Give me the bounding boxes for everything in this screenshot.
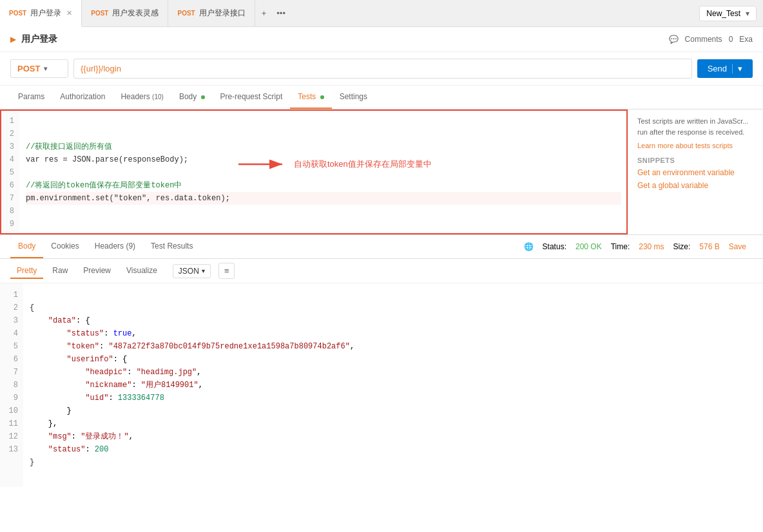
tab-method-badge: POST <box>91 10 108 17</box>
tab-authorization[interactable]: Authorization <box>52 86 113 109</box>
response-body: 1 2 3 4 5 6 7 8 9 10 11 12 13 { "data": … <box>0 283 763 532</box>
tab-user-login-api[interactable]: POST 用户登录接口 <box>168 0 255 27</box>
tab-settings[interactable]: Settings <box>332 86 375 109</box>
size-label: Size: <box>673 242 691 251</box>
workspace-name: New_Test <box>706 9 740 18</box>
method-chevron-icon: ▾ <box>44 65 47 72</box>
response-json: 1 2 3 4 5 6 7 8 9 10 11 12 13 { "data": … <box>0 283 763 487</box>
globe-icon[interactable]: 🌐 <box>524 242 534 251</box>
tab-tests[interactable]: Tests <box>290 86 331 109</box>
examples-label: Exa <box>739 35 753 44</box>
fmt-pretty[interactable]: Pretty <box>10 263 43 279</box>
resp-code-content: { "data": { "status": true, "token": "48… <box>23 283 763 487</box>
fmt-preview[interactable]: Preview <box>77 263 117 279</box>
tab-headers[interactable]: Headers (10) <box>113 86 171 109</box>
editor-container: 1 2 3 4 5 6 7 8 9 //获取接口返回的所有值 var res =… <box>0 109 763 235</box>
resp-tab-cookies[interactable]: Cookies <box>43 235 86 258</box>
resp-tab-headers[interactable]: Headers (9) <box>87 235 143 258</box>
request-name-bar: ▶ 用户登录 💬 Comments 0 Exa <box>0 27 763 52</box>
fmt-visualize[interactable]: Visualize <box>120 263 164 279</box>
chevron-down-icon: ▾ <box>746 9 749 18</box>
tab-label: 用户登录 <box>30 8 61 19</box>
line-numbers: 1 2 3 4 5 6 7 8 9 <box>0 109 19 234</box>
request-title: 用户登录 <box>21 33 57 45</box>
save-response-button[interactable]: Save <box>729 242 746 251</box>
format-value: JSON <box>179 267 199 276</box>
learn-more-link[interactable]: Learn more about tests scripts <box>637 142 733 149</box>
send-button[interactable]: Send ▾ <box>697 59 753 78</box>
fmt-raw[interactable]: Raw <box>46 263 74 279</box>
tab-user-login[interactable]: POST 用户登录 ✕ <box>0 0 82 27</box>
snippets-title: SNIPPETS <box>637 157 754 164</box>
main-content: ▶ 用户登录 💬 Comments 0 Exa POST ▾ Send ▾ Pa… <box>0 27 763 532</box>
tab-user-post[interactable]: POST 用户发表灵感 <box>82 0 168 27</box>
snippet-get-global-var[interactable]: Get a global variable <box>637 181 754 190</box>
workspace-dropdown[interactable]: New_Test ▾ <box>699 6 757 21</box>
request-actions: 💬 Comments 0 Exa <box>669 35 753 44</box>
tab-method-badge: POST <box>9 10 26 17</box>
expand-arrow-icon[interactable]: ▶ <box>10 35 16 44</box>
comments-count: 0 <box>729 35 733 44</box>
tab-label: 用户登录接口 <box>199 8 246 19</box>
tab-prerequest[interactable]: Pre-request Script <box>213 86 291 109</box>
comments-icon: 💬 <box>669 35 679 44</box>
tab-body[interactable]: Body <box>171 86 213 109</box>
url-bar: POST ▾ Send ▾ <box>0 52 763 86</box>
snippets-panel: Test scripts are written in JavaScr... r… <box>628 109 763 234</box>
workspace-selector: New_Test ▾ <box>699 6 763 21</box>
resp-tab-test-results[interactable]: Test Results <box>143 235 200 258</box>
response-status: 🌐 Status: 200 OK Time: 230 ms Size: 576 … <box>524 242 753 251</box>
format-bar: Pretty Raw Preview Visualize JSON ▾ ≡ <box>0 259 763 283</box>
tab-bar: POST 用户登录 ✕ POST 用户发表灵感 POST 用户登录接口 + ••… <box>0 0 763 27</box>
method-value: POST <box>17 64 40 73</box>
time-value: 230 ms <box>639 242 664 251</box>
tab-params[interactable]: Params <box>10 86 52 109</box>
tab-label: 用户发表灵感 <box>112 8 159 19</box>
format-chevron-icon: ▾ <box>202 267 205 274</box>
tab-close-btn[interactable]: ✕ <box>66 9 72 17</box>
resp-line-numbers: 1 2 3 4 5 6 7 8 9 10 11 12 13 <box>0 283 23 487</box>
tab-method-badge: POST <box>177 10 195 17</box>
tab-add-button[interactable]: + <box>255 0 273 27</box>
request-tabs: Params Authorization Headers (10) Body P… <box>0 86 763 109</box>
comments-label: Comments <box>685 35 722 44</box>
size-value: 576 B <box>699 242 719 251</box>
resp-tab-body[interactable]: Body <box>10 235 43 258</box>
format-dropdown[interactable]: JSON ▾ <box>173 264 211 278</box>
snippet-get-env-var[interactable]: Get an environment variable <box>637 168 754 177</box>
status-label: Status: <box>543 242 566 251</box>
code-editor: 1 2 3 4 5 6 7 8 9 //获取接口返回的所有值 var res =… <box>0 109 628 234</box>
tab-more-button[interactable]: ••• <box>273 0 289 27</box>
url-input[interactable] <box>73 59 692 79</box>
code-lines[interactable]: 1 2 3 4 5 6 7 8 9 //获取接口返回的所有值 var res =… <box>0 109 628 234</box>
response-section: Body Cookies Headers (9) Test Results 🌐 … <box>0 235 763 532</box>
send-dropdown-icon[interactable]: ▾ <box>732 64 742 73</box>
method-select[interactable]: POST ▾ <box>10 59 68 78</box>
status-value: 200 OK <box>575 242 602 251</box>
send-label: Send <box>708 64 727 73</box>
snippets-description: Test scripts are written in JavaScr... r… <box>637 116 754 137</box>
response-tabs: Body Cookies Headers (9) Test Results 🌐 … <box>0 235 763 259</box>
time-label: Time: <box>611 242 630 251</box>
wrap-button[interactable]: ≡ <box>218 263 235 279</box>
code-content[interactable]: //获取接口返回的所有值 var res = JSON.parse(respon… <box>19 109 628 234</box>
